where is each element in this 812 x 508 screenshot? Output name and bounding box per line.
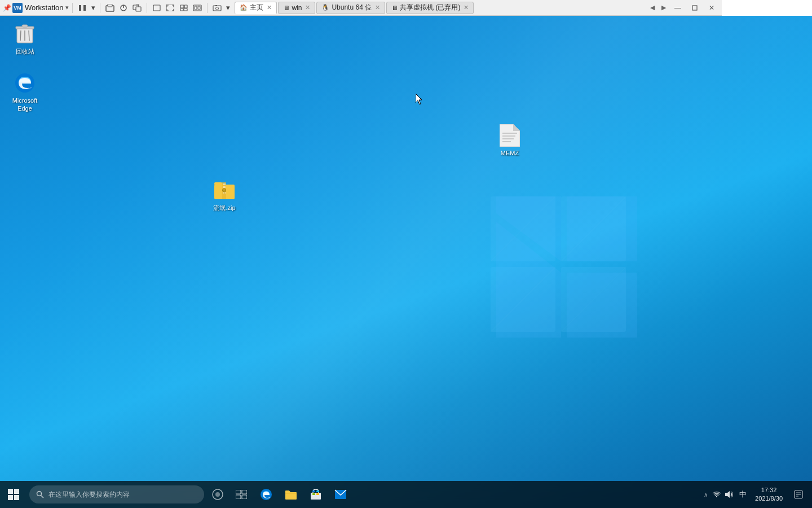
toolbar-nav: ◀ ▶ — ✕ <box>647 2 720 14</box>
win-logo-large <box>496 196 637 338</box>
memz-label: MEMZ <box>501 149 519 157</box>
recycle-bin-icon[interactable]: 回收站 <box>5 20 45 58</box>
taskbar-store-btn[interactable] <box>303 481 328 508</box>
pause-dropdown[interactable]: ▾ <box>90 2 96 14</box>
taskbar-mail-btn[interactable] <box>328 481 353 508</box>
svg-rect-0 <box>79 5 81 11</box>
svg-rect-21 <box>215 5 217 6</box>
svg-rect-58 <box>14 489 19 494</box>
window-minimize-btn[interactable]: — <box>670 2 686 14</box>
svg-rect-18 <box>198 6 200 10</box>
taskbar-edge-btn[interactable] <box>254 481 279 508</box>
nav-forward-btn[interactable]: ▶ <box>659 3 669 13</box>
capture-btn[interactable] <box>211 2 223 14</box>
view-unity-btn[interactable] <box>178 2 190 14</box>
search-icon <box>36 491 44 498</box>
tab-shared-close[interactable]: ✕ <box>464 4 469 11</box>
zip-label: 流氓.zip <box>213 204 235 212</box>
zip-image <box>213 179 236 202</box>
tab-shared[interactable]: 🖥 共享虚拟机 (已弃用) ✕ <box>386 2 474 14</box>
window-restore-btn[interactable] <box>687 2 703 14</box>
win-icon: 🖥 <box>283 5 289 11</box>
show-hidden-icons-btn[interactable]: ∧ <box>703 492 709 498</box>
svg-rect-17 <box>195 6 197 10</box>
tab-home-label: 主页 <box>250 3 263 12</box>
mouse-cursor <box>416 94 422 104</box>
svg-rect-73 <box>312 493 315 495</box>
taskbar-explorer-btn[interactable] <box>279 481 303 508</box>
ubuntu-icon: 🐧 <box>321 4 329 11</box>
tab-shared-label: 共享虚拟机 (已弃用) <box>400 3 460 12</box>
separator-2 <box>100 3 100 13</box>
view-split-btn[interactable] <box>191 2 204 14</box>
svg-rect-57 <box>8 489 13 494</box>
view-normal-btn[interactable] <box>151 2 163 14</box>
svg-rect-22 <box>692 6 697 10</box>
svg-rect-12 <box>180 5 184 8</box>
svg-rect-7 <box>136 7 141 11</box>
volume-icon[interactable] <box>723 489 735 500</box>
tab-win[interactable]: 🖥 win ✕ <box>278 2 315 14</box>
tab-home[interactable]: 🏠 主页 ✕ <box>235 2 277 14</box>
zip-file-icon[interactable]: 流氓.zip <box>204 177 245 214</box>
microsoft-edge-icon[interactable]: Microsoft Edge <box>5 69 45 115</box>
desktop-beam <box>0 16 812 508</box>
separator-1 <box>72 3 73 13</box>
svg-rect-71 <box>312 491 315 492</box>
task-view-btn[interactable] <box>229 481 254 508</box>
svg-rect-66 <box>242 490 247 494</box>
search-input[interactable] <box>48 491 184 498</box>
capture-dropdown[interactable]: ▾ <box>224 2 231 14</box>
svg-rect-3 <box>108 4 112 7</box>
svg-rect-44 <box>223 183 226 185</box>
app-icon: VM <box>12 3 23 13</box>
svg-line-40 <box>29 30 29 41</box>
svg-point-20 <box>216 7 219 10</box>
tab-win-close[interactable]: ✕ <box>305 4 310 11</box>
edge-image <box>14 72 36 94</box>
taskbar-search[interactable] <box>29 485 204 503</box>
power-btn[interactable] <box>117 2 130 14</box>
memz-icon[interactable]: MEMZ <box>489 122 530 159</box>
svg-marker-32 <box>567 196 637 261</box>
start-button[interactable] <box>0 481 27 508</box>
svg-rect-59 <box>8 495 13 500</box>
svg-rect-70 <box>311 493 321 500</box>
pin-icon: 📌 <box>2 3 11 12</box>
pause-btn[interactable] <box>76 2 89 14</box>
svg-rect-65 <box>236 490 241 494</box>
svg-rect-11 <box>166 5 174 11</box>
svg-rect-10 <box>153 5 160 11</box>
ime-lang-indicator[interactable]: 中 <box>737 489 748 500</box>
svg-rect-14 <box>180 8 183 11</box>
svg-rect-72 <box>316 491 319 492</box>
svg-rect-74 <box>316 493 319 495</box>
nav-back-btn[interactable]: ◀ <box>647 3 657 13</box>
svg-point-61 <box>37 492 42 496</box>
send-ctrl-alt-del-btn[interactable] <box>104 2 116 14</box>
vmware-toolbar: 📌 VM Workstation ▾ ▾ ▾ <box>0 0 722 16</box>
svg-rect-68 <box>242 495 247 499</box>
vm-tabs: 🏠 主页 ✕ 🖥 win ✕ 🐧 Ubuntu 64 位 ✕ 🖥 共享虚拟机 (… <box>235 2 474 14</box>
windows-taskbar: ∧ 中 <box>0 481 812 508</box>
app-name-label: Workstation <box>24 3 64 12</box>
app-dropdown[interactable]: ▾ <box>65 4 69 11</box>
tab-home-close[interactable]: ✕ <box>267 4 272 11</box>
svg-line-38 <box>20 30 21 41</box>
system-tray: ∧ 中 <box>698 481 812 508</box>
svg-rect-45 <box>223 186 226 188</box>
notification-center-btn[interactable] <box>789 481 807 508</box>
home-icon: 🏠 <box>240 4 248 11</box>
tab-ubuntu[interactable]: 🐧 Ubuntu 64 位 ✕ <box>316 2 385 14</box>
system-clock[interactable]: 17:32 2021/8/30 <box>751 481 787 508</box>
windows-desktop[interactable]: 回收站 Microsoft Edge <box>0 16 812 508</box>
svg-line-62 <box>41 496 44 498</box>
separator-4 <box>207 3 208 13</box>
snapshot-btn[interactable] <box>131 2 143 14</box>
network-icon[interactable] <box>711 489 722 500</box>
recycle-bin-image <box>14 23 36 45</box>
view-full-btn[interactable] <box>164 2 176 14</box>
cortana-btn[interactable] <box>206 483 229 506</box>
tab-ubuntu-close[interactable]: ✕ <box>375 4 380 11</box>
window-close-btn[interactable]: ✕ <box>704 2 720 14</box>
